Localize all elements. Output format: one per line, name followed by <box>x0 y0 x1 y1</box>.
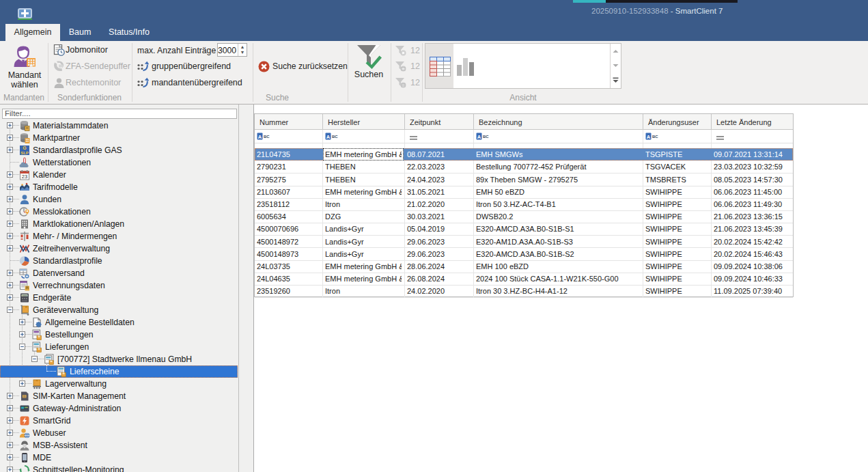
svg-text:G: G <box>23 145 27 150</box>
svg-text:A: A <box>477 134 481 140</box>
svg-text:BC: BC <box>483 135 489 139</box>
svg-text:A: A <box>326 134 331 140</box>
svg-text:BC: BC <box>652 135 658 139</box>
svg-text:SLP: SLP <box>20 151 29 155</box>
svg-text:BC: BC <box>332 135 338 139</box>
svg-text:8000: 8000 <box>22 295 27 297</box>
svg-text:A: A <box>647 134 651 140</box>
svg-text:BC: BC <box>264 135 270 139</box>
svg-text:A: A <box>258 134 262 140</box>
svg-text:23: 23 <box>22 173 27 180</box>
